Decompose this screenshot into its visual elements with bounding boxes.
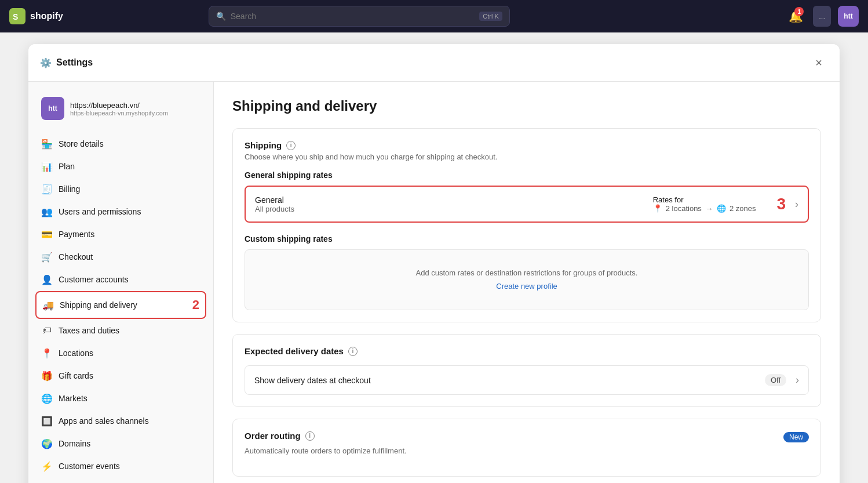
rates-for-label: Rates for [653, 195, 756, 204]
shipping-card: Shipping i Choose where you ship and how… [232, 128, 821, 322]
plan-icon: 📊 [41, 161, 53, 172]
top-navigation: S shopify 🔍 Ctrl K 🔔 1 ... htt [0, 0, 868, 32]
shipping-card-subtitle: Choose where you ship and how much you c… [245, 152, 809, 161]
sidebar-item-payments[interactable]: 💳 Payments [35, 223, 206, 245]
delivery-row[interactable]: Show delivery dates at checkout Off › [245, 365, 809, 395]
locations-count: 2 locations [666, 204, 702, 213]
settings-header: ⚙️ Settings × [28, 44, 840, 82]
store-details-label: Store details [59, 139, 104, 148]
customer-events-icon: ⚡ [41, 460, 53, 472]
notification-badge: 1 [794, 7, 804, 16]
order-routing-card: Order routing i New Automatically route … [232, 419, 821, 477]
order-routing-subtitle: Automatically route orders to optimize f… [245, 446, 809, 455]
general-rates-title: General shipping rates [245, 170, 809, 180]
taxes-duties-label: Taxes and duties [59, 326, 119, 335]
sidebar-item-markets[interactable]: 🌐 Markets [35, 387, 206, 409]
search-bar[interactable]: 🔍 Ctrl K [209, 6, 510, 27]
settings-window: ⚙️ Settings × htt https://bluepeach.vn/ … [28, 44, 840, 483]
order-routing-header: Order routing i New [245, 431, 809, 443]
sidebar-item-checkout[interactable]: 🛒 Checkout [35, 246, 206, 268]
shopify-logo-icon: S [9, 8, 25, 24]
shopify-logo: S shopify [9, 8, 67, 24]
custom-rates-box: Add custom rates or destination restrict… [245, 249, 809, 310]
store-switcher-button[interactable]: ... [813, 6, 831, 27]
sidebar-item-domains[interactable]: 🌍 Domains [35, 433, 206, 455]
sidebar-item-gift-cards[interactable]: 🎁 Gift cards [35, 365, 206, 387]
page-title: Shipping and delivery [232, 98, 821, 114]
settings-body: htt https://bluepeach.vn/ https-bluepeac… [28, 82, 840, 483]
markets-label: Markets [59, 394, 87, 403]
customer-accounts-icon: 👤 [41, 274, 53, 285]
store-avatar: htt [41, 97, 64, 120]
payments-label: Payments [59, 230, 94, 239]
off-badge: Off [765, 374, 786, 386]
sidebar-item-plan[interactable]: 📊 Plan [35, 155, 206, 177]
custom-rates-section: Custom shipping rates Add custom rates o… [245, 234, 809, 310]
create-new-profile-link[interactable]: Create new profile [496, 282, 557, 290]
rates-name: General [255, 195, 653, 205]
sidebar: htt https://bluepeach.vn/ https-bluepeac… [28, 82, 214, 483]
store-info: https://bluepeach.vn/ https-bluepeach-vn… [70, 101, 168, 117]
main-content: Shipping and delivery Shipping i Choose … [214, 82, 840, 483]
domains-icon: 🌍 [41, 438, 53, 449]
topnav-right: 🔔 1 ... htt [785, 6, 859, 27]
store-url: https://bluepeach.vn/ [70, 101, 168, 110]
store-profile: htt https://bluepeach.vn/ https-bluepeac… [35, 91, 206, 126]
delivery-dates-info-icon[interactable]: i [348, 347, 358, 356]
sidebar-item-taxes-duties[interactable]: 🏷 Taxes and duties [35, 319, 206, 342]
users-permissions-label: Users and permissions [59, 207, 141, 216]
zones-count: 2 zones [730, 204, 756, 213]
shipping-card-title: Shipping i [245, 140, 809, 150]
sidebar-item-apps-sales-channels[interactable]: 🔲 Apps and sales channels [35, 410, 206, 432]
new-badge: New [783, 432, 809, 442]
domains-label: Domains [59, 439, 90, 448]
billing-label: Billing [59, 184, 80, 194]
sidebar-item-customer-accounts[interactable]: 👤 Customer accounts [35, 268, 206, 290]
markets-icon: 🌐 [41, 393, 53, 404]
users-permissions-icon: 👥 [41, 206, 53, 217]
sidebar-item-locations[interactable]: 📍 Locations [35, 342, 206, 364]
shopify-logo-text: shopify [30, 11, 63, 21]
shipping-info-icon[interactable]: i [286, 141, 296, 150]
apps-sales-channels-label: Apps and sales channels [59, 416, 149, 426]
sidebar-item-billing[interactable]: 🧾 Billing [35, 178, 206, 200]
arrow-right-icon: → [705, 204, 713, 213]
rates-sub: All products [255, 205, 653, 213]
billing-icon: 🧾 [41, 183, 53, 195]
search-input[interactable] [231, 12, 475, 21]
payments-icon: 💳 [41, 228, 53, 240]
delivery-dates-card: Expected delivery dates i Show delivery … [232, 334, 821, 407]
search-icon: 🔍 [216, 12, 226, 21]
order-routing-title: Order routing i [245, 431, 315, 441]
settings-gear-icon: ⚙️ [40, 57, 52, 68]
main-area: ⚙️ Settings × htt https://bluepeach.vn/ … [0, 32, 868, 483]
shipping-delivery-label: Shipping and delivery [60, 300, 137, 310]
notification-button[interactable]: 🔔 1 [785, 6, 806, 27]
general-rates-box[interactable]: General All products Rates for 📍 2 locat… [245, 186, 809, 223]
annotation-number-3: 3 [776, 195, 786, 213]
annotation-number-2: 2 [192, 297, 199, 313]
rates-box-left: General All products [255, 195, 653, 213]
store-myshopify-url: https-bluepeach-vn.myshopify.com [70, 110, 168, 117]
rates-info: 📍 2 locations → 🌐 2 zones [653, 204, 756, 213]
taxes-duties-icon: 🏷 [41, 325, 53, 336]
locations-icon: 📍 [41, 347, 53, 359]
custom-rates-title: Custom shipping rates [245, 234, 809, 244]
sidebar-item-shipping-delivery[interactable]: 🚚 Shipping and delivery 2 [35, 291, 206, 319]
sidebar-item-store-details[interactable]: 🏪 Store details [35, 133, 206, 155]
svg-text:S: S [13, 12, 18, 21]
close-button[interactable]: × [809, 53, 828, 72]
sidebar-item-customer-events[interactable]: ⚡ Customer events [35, 455, 206, 477]
custom-rates-text: Add custom rates or destination restrict… [254, 268, 799, 277]
gift-cards-label: Gift cards [59, 371, 93, 380]
globe-icon: 🌐 [717, 204, 726, 213]
location-pin-icon: 📍 [653, 204, 662, 213]
order-routing-info-icon[interactable]: i [305, 431, 315, 441]
avatar[interactable]: htt [838, 6, 859, 27]
chevron-right-icon: › [795, 198, 798, 210]
sidebar-item-users-permissions[interactable]: 👥 Users and permissions [35, 201, 206, 223]
customer-accounts-label: Customer accounts [59, 275, 129, 284]
settings-title-area: ⚙️ Settings [40, 57, 93, 68]
delivery-row-label: Show delivery dates at checkout [254, 376, 765, 385]
customer-events-label: Customer events [59, 462, 120, 471]
